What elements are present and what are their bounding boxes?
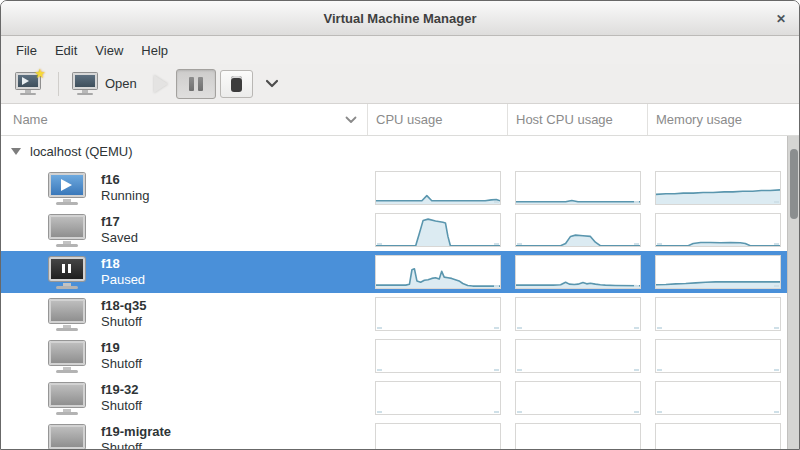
host-cpu-usage-sparkline [515, 381, 641, 415]
monitor-icon [71, 72, 99, 96]
chevron-down-icon [265, 79, 279, 88]
memory-usage-sparkline [655, 171, 781, 205]
vm-row-f16[interactable]: f16Running [1, 167, 787, 209]
sort-chevron-down-icon[interactable] [345, 112, 357, 127]
vm-state-icon [47, 172, 87, 205]
vm-list-header: Name CPU usage Host CPU usage Memory usa… [1, 104, 799, 136]
vm-name: f19-32 [101, 382, 142, 398]
host-connection-row[interactable]: localhost (QEMU) [1, 136, 787, 167]
new-vm-button[interactable]: ★ [9, 69, 47, 99]
vm-row-f19-migrate[interactable]: f19-migrateShutoff [1, 419, 787, 449]
vertical-scrollbar[interactable] [787, 136, 799, 449]
vm-status: Shutoff [101, 356, 142, 372]
vm-row-f18-q35[interactable]: f18-q35Shutoff [1, 293, 787, 335]
toolbar: ★ Open [1, 64, 799, 104]
column-header-host-cpu-usage[interactable]: Host CPU usage [507, 104, 647, 135]
open-button-label: Open [105, 76, 137, 91]
host-cpu-usage-sparkline [515, 213, 641, 247]
vm-state-icon [47, 256, 87, 289]
vm-row-f19-32[interactable]: f19-32Shutoff [1, 377, 787, 419]
menu-help[interactable]: Help [132, 39, 177, 62]
vm-status: Shutoff [101, 314, 147, 330]
host-cpu-usage-sparkline [515, 171, 641, 205]
vm-row-f17[interactable]: f17Saved [1, 209, 787, 251]
vm-row-f19[interactable]: f19Shutoff [1, 335, 787, 377]
host-cpu-usage-sparkline [515, 339, 641, 373]
name-header-label: Name [13, 112, 48, 127]
pause-button[interactable] [176, 69, 216, 99]
shutdown-button[interactable] [220, 70, 253, 98]
vm-name: f16 [101, 172, 149, 188]
toolbar-separator [58, 72, 59, 96]
shutdown-icon [231, 76, 242, 92]
vm-name: f17 [101, 214, 138, 230]
cpu-usage-sparkline [375, 297, 501, 331]
memory-usage-sparkline [655, 297, 781, 331]
vm-state-icon [47, 298, 87, 331]
cpu-usage-sparkline [375, 381, 501, 415]
header-scrollbar-gap [787, 104, 799, 135]
vm-state-icon [47, 214, 87, 247]
vm-status: Shutoff [101, 398, 142, 414]
close-icon: ✕ [776, 12, 786, 26]
column-header-name[interactable]: Name [1, 104, 367, 135]
vm-status: Shutoff [101, 440, 171, 449]
memory-usage-sparkline [655, 423, 781, 449]
run-button-disabled-icon [154, 75, 168, 93]
menu-view[interactable]: View [86, 39, 132, 62]
vm-rows: localhost (QEMU) f16Running f17Saved [1, 136, 787, 449]
host-cpu-usage-sparkline [515, 255, 641, 289]
menu-file[interactable]: File [7, 39, 46, 62]
cpu-usage-sparkline [375, 423, 501, 449]
new-vm-icon: ★ [14, 72, 42, 96]
vm-state-icon [47, 382, 87, 415]
column-header-memory-usage[interactable]: Memory usage [647, 104, 787, 135]
title-bar[interactable]: Virtual Machine Manager ✕ [1, 1, 799, 36]
menu-bar: File Edit View Help [1, 36, 799, 64]
cpu-usage-sparkline [375, 255, 501, 289]
pause-icon [182, 73, 210, 95]
vm-state-icon [47, 424, 87, 450]
scrollbar-thumb[interactable] [790, 149, 798, 219]
virtual-machine-manager-window: Virtual Machine Manager ✕ File Edit View… [0, 0, 800, 450]
window-title: Virtual Machine Manager [324, 11, 477, 26]
close-button[interactable]: ✕ [771, 9, 791, 29]
tree-expander-icon[interactable] [11, 148, 21, 155]
host-cpu-usage-sparkline [515, 297, 641, 331]
vm-name: f18-q35 [101, 298, 147, 314]
vm-row-f18-selected[interactable]: f18Paused [1, 251, 787, 293]
memory-usage-sparkline [655, 381, 781, 415]
menu-edit[interactable]: Edit [46, 39, 86, 62]
column-header-cpu-usage[interactable]: CPU usage [367, 104, 507, 135]
shutdown-menu-arrow[interactable] [265, 76, 279, 91]
vm-list: localhost (QEMU) f16Running f17Saved [1, 136, 799, 449]
vm-status: Paused [101, 272, 145, 288]
cpu-usage-sparkline [375, 171, 501, 205]
star-icon: ★ [34, 66, 46, 81]
vm-name: f18 [101, 256, 145, 272]
memory-usage-sparkline [655, 255, 781, 289]
cpu-usage-sparkline [375, 213, 501, 247]
open-button[interactable]: Open [66, 69, 142, 99]
vm-state-icon [47, 340, 87, 373]
memory-usage-sparkline [655, 339, 781, 373]
host-label: localhost (QEMU) [30, 144, 133, 159]
vm-status: Saved [101, 230, 138, 246]
play-overlay-icon [22, 77, 29, 85]
cpu-usage-sparkline [375, 339, 501, 373]
vm-name: f19 [101, 340, 142, 356]
vm-name: f19-migrate [101, 424, 171, 440]
memory-usage-sparkline [655, 213, 781, 247]
vm-status: Running [101, 188, 149, 204]
host-cpu-usage-sparkline [515, 423, 641, 449]
